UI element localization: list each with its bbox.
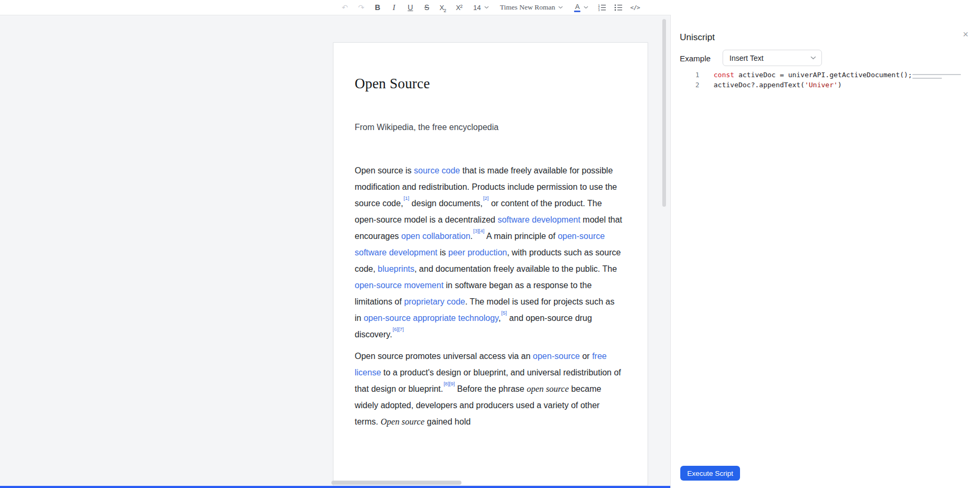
doc-link[interactable]: proprietary code: [404, 297, 465, 306]
close-icon[interactable]: ×: [961, 29, 969, 40]
paragraph: Open source promotes universal access vi…: [355, 348, 623, 430]
doc-link[interactable]: source code: [414, 166, 460, 175]
doc-link[interactable]: open-source appropriate technology: [364, 314, 498, 323]
example-select[interactable]: Insert Text: [723, 50, 822, 66]
uniscript-panel: Uniscript × Example Insert Text 1const a…: [670, 15, 980, 488]
font-size-select[interactable]: 14: [469, 1, 492, 14]
citation[interactable]: [2]: [483, 195, 489, 201]
text-run: gained hold: [424, 417, 470, 426]
undo-icon: ↶: [341, 4, 348, 11]
chevron-down-icon: [810, 56, 816, 60]
text-run: Open source promotes universal access vi…: [355, 352, 533, 361]
line-number: 1: [671, 70, 699, 80]
code-text: const activeDoc = univerAPI.getActiveDoc…: [699, 70, 912, 80]
italic-text: Open source: [381, 417, 424, 427]
font-color-button[interactable]: A: [570, 1, 592, 14]
execute-script-button[interactable]: Execute Script: [680, 466, 740, 481]
text-run: or: [580, 352, 592, 361]
citation[interactable]: [5]: [501, 310, 507, 316]
ordered-list-icon: 1 2 3: [598, 4, 606, 11]
italic-text: open source: [526, 384, 569, 394]
document-subtitle: From Wikipedia, the free encyclopedia: [355, 122, 623, 132]
redo-icon: ↷: [358, 4, 364, 11]
document-page[interactable]: Open Source From Wikipedia, the free enc…: [333, 42, 648, 486]
font-color-icon: A: [574, 3, 580, 12]
italic-icon: I: [393, 4, 395, 12]
doc-link[interactable]: peer production: [448, 248, 507, 257]
chevron-down-icon: [584, 6, 588, 9]
chevron-down-icon: [484, 6, 489, 9]
ordered-list-button[interactable]: 1 2 3: [596, 1, 608, 14]
minimap: [912, 74, 965, 81]
redo-button[interactable]: ↷: [355, 1, 367, 14]
bullet-list-icon: [614, 4, 623, 11]
doc-link[interactable]: software development: [497, 215, 580, 224]
document-canvas[interactable]: Open Source From Wikipedia, the free enc…: [0, 15, 670, 488]
code-text: activeDoc?.appendText('Univer'): [699, 80, 842, 90]
doc-link[interactable]: blueprints: [378, 264, 414, 273]
text-run: , and documentation freely available to …: [414, 264, 617, 273]
svg-text:3: 3: [598, 8, 600, 11]
vertical-scrollbar-thumb[interactable]: [662, 19, 666, 207]
bullet-list-button[interactable]: [612, 1, 625, 14]
font-size-value: 14: [473, 4, 480, 12]
text-run: ,: [498, 314, 501, 323]
horizontal-scrollbar-thumb[interactable]: [331, 481, 461, 485]
document-body: Open source is source code that is made …: [355, 162, 623, 430]
strikethrough-button[interactable]: S: [420, 1, 433, 14]
underline-icon: U: [408, 4, 413, 11]
panel-title: Uniscript: [680, 32, 715, 43]
bottom-accent-bar: [0, 486, 670, 488]
text-run: A main principle of: [484, 232, 558, 241]
bold-button[interactable]: B: [371, 1, 384, 14]
strikethrough-icon: S: [424, 4, 429, 11]
example-label: Example: [680, 54, 710, 63]
line-number: 2: [671, 80, 699, 90]
code-icon: </​>: [630, 4, 640, 11]
doc-link[interactable]: open-source: [533, 352, 580, 361]
toolbar: ↶ ↷ B I U S X2 X2 14 Times New Roman: [0, 0, 980, 15]
text-run: Before the phrase: [455, 384, 526, 393]
citation[interactable]: [1]: [404, 195, 410, 201]
document-title: Open Source: [355, 76, 623, 92]
italic-button[interactable]: I: [387, 1, 400, 14]
underline-button[interactable]: U: [404, 1, 417, 14]
subscript-button[interactable]: X2: [437, 1, 449, 14]
code-button[interactable]: </​>: [628, 1, 641, 14]
doc-link[interactable]: open collaboration: [401, 232, 470, 241]
subscript-icon: X2: [439, 4, 447, 11]
undo-button[interactable]: ↶: [338, 1, 351, 14]
citation[interactable]: [3][4]: [473, 228, 484, 234]
text-run: is: [438, 248, 448, 257]
superscript-button[interactable]: X2: [453, 1, 466, 14]
paragraph: Open source is source code that is made …: [355, 162, 623, 343]
font-family-select[interactable]: Times New Roman: [496, 1, 567, 14]
text-run: Open source is: [355, 166, 414, 175]
example-select-value: Insert Text: [729, 54, 763, 62]
text-run: .: [470, 232, 473, 241]
chevron-down-icon: [558, 6, 563, 9]
bold-icon: B: [375, 4, 380, 11]
citation[interactable]: [8][9]: [443, 381, 455, 386]
font-family-value: Times New Roman: [500, 3, 556, 12]
doc-link[interactable]: open-source movement: [355, 281, 443, 290]
citation[interactable]: [6][7]: [393, 326, 404, 332]
text-run: design documents,: [409, 199, 483, 208]
superscript-icon: X2: [456, 4, 463, 11]
